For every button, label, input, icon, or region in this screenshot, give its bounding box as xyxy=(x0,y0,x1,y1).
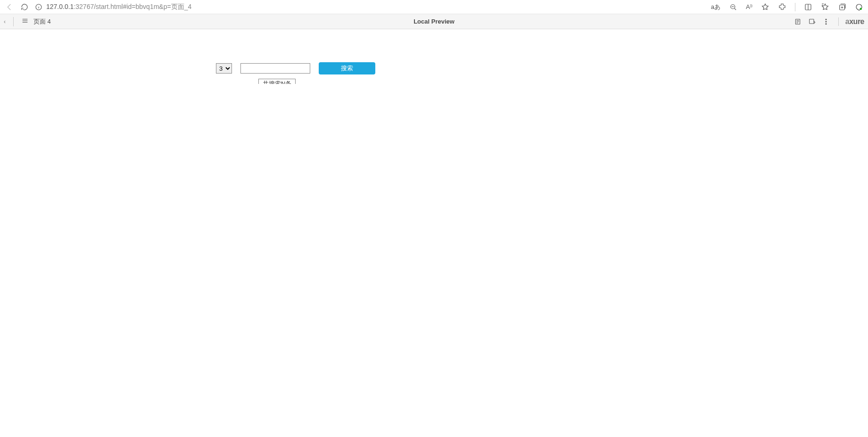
svg-line-4 xyxy=(735,8,736,9)
more-icon[interactable] xyxy=(822,18,830,25)
favorites-bar-icon[interactable] xyxy=(821,3,829,11)
svg-point-23 xyxy=(826,21,827,22)
translate-icon[interactable]: aあ xyxy=(711,3,720,11)
menu-icon[interactable] xyxy=(21,17,29,26)
svg-point-13 xyxy=(860,8,862,10)
favorite-icon[interactable] xyxy=(761,3,769,11)
search-input[interactable] xyxy=(240,63,310,74)
search-row: 3 搜索 xyxy=(216,62,868,74)
sidebar-icon[interactable] xyxy=(804,3,812,11)
refresh-icon[interactable] xyxy=(20,2,29,12)
info-icon xyxy=(35,3,42,11)
page-size-select[interactable]: 3 xyxy=(216,63,232,74)
collections-icon[interactable] xyxy=(838,3,846,11)
extensions-icon[interactable] xyxy=(778,3,786,11)
url-text: 127.0.0.1:32767/start.html#id=bbvq1m&p=页… xyxy=(46,3,191,11)
page-content: 3 搜索 共搜索N条 手机 11 11 小狗 11 xyxy=(0,29,868,74)
hotspot-icon[interactable] xyxy=(808,18,816,25)
svg-point-22 xyxy=(826,19,827,20)
svg-point-24 xyxy=(826,23,827,24)
read-aloud-icon[interactable]: A)) xyxy=(746,3,752,10)
browser-right-icons: aあ A)) xyxy=(711,3,863,11)
collapse-icon[interactable]: ‹ xyxy=(4,18,6,25)
address-bar[interactable]: 127.0.0.1:32767/start.html#id=bbvq1m&p=页… xyxy=(35,3,705,11)
svg-rect-21 xyxy=(809,19,813,23)
browser-toolbar: 127.0.0.1:32767/start.html#id=bbvq1m&p=页… xyxy=(0,0,868,14)
page-name: 页面 4 xyxy=(33,17,51,26)
search-count-box: 共搜索N条 xyxy=(258,79,296,84)
axure-logo: axure xyxy=(838,17,864,26)
axure-toolbar: ‹ 页面 4 Local Preview axure xyxy=(0,14,868,29)
back-icon[interactable] xyxy=(5,2,14,12)
preview-title: Local Preview xyxy=(413,18,455,25)
zoom-icon[interactable] xyxy=(729,3,737,11)
notes-icon[interactable] xyxy=(794,18,802,25)
search-button[interactable]: 搜索 xyxy=(319,62,375,74)
performance-icon[interactable] xyxy=(855,3,863,11)
